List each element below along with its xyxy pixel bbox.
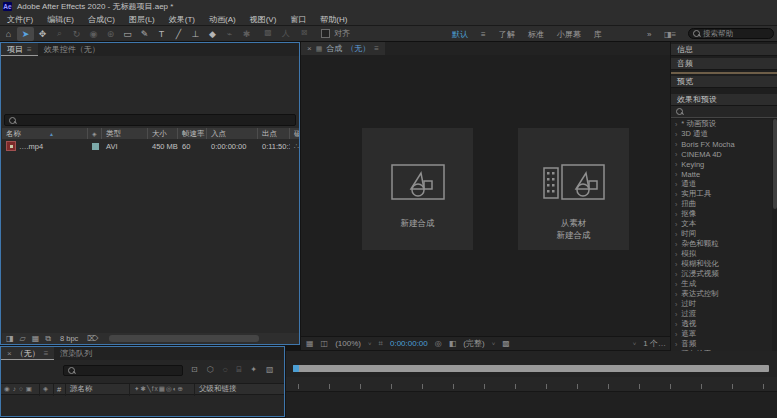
navigator-handle[interactable] <box>293 365 299 372</box>
new-folder-icon[interactable]: ▱ <box>20 334 26 343</box>
snap-checkbox[interactable] <box>321 29 330 38</box>
effect-category[interactable]: › 文本 <box>671 219 772 229</box>
effect-category[interactable]: › 遮罩 <box>671 329 772 339</box>
panel-layout-icon[interactable]: ◨≡ <box>664 30 676 39</box>
workspace-tab[interactable]: 默认 <box>452 29 468 40</box>
close-icon[interactable]: × <box>7 349 12 358</box>
new-composition-from-footage-button[interactable]: 从素材 新建合成 <box>518 128 629 250</box>
chevron-right-icon[interactable]: › <box>675 151 677 158</box>
source-name-column[interactable]: 源名称 <box>67 384 130 394</box>
menu-item[interactable]: 图层(L) <box>122 13 162 25</box>
column-type[interactable]: 类型 <box>102 128 148 139</box>
close-icon[interactable]: × <box>307 44 312 53</box>
menu-item[interactable]: 帮助(H) <box>313 13 354 25</box>
chevron-right-icon[interactable]: › <box>675 331 677 338</box>
workspace-tab[interactable]: ≡ <box>481 30 486 39</box>
effect-category[interactable]: › 时间 <box>671 229 772 239</box>
tool-icon[interactable]: ⌁ <box>221 27 238 41</box>
menu-item[interactable]: 效果(T) <box>162 13 202 25</box>
chevron-right-icon[interactable]: › <box>675 311 677 318</box>
effect-category[interactable]: › 模拟 <box>671 249 772 259</box>
panel-menu-icon[interactable]: ≡ <box>27 45 32 54</box>
workspace-tab[interactable]: 小屏幕 <box>557 29 581 40</box>
chevron-right-icon[interactable]: › <box>675 221 677 228</box>
new-composition-button[interactable]: 新建合成 <box>362 128 473 250</box>
chevron-right-icon[interactable]: › <box>675 121 677 128</box>
panel-menu-icon[interactable]: ≡ <box>374 44 379 53</box>
vertical-scrollbar[interactable] <box>773 119 777 209</box>
horizontal-scrollbar[interactable] <box>109 335 259 342</box>
panel-audio[interactable]: 音频 <box>671 58 777 70</box>
effect-category[interactable]: › 表达式控制 <box>671 289 772 299</box>
workspace-tab[interactable]: 库 <box>594 29 602 40</box>
column-label[interactable]: ◈ <box>88 128 102 139</box>
tool-icon[interactable]: ▭ <box>119 27 136 41</box>
chevron-right-icon[interactable]: › <box>675 291 677 298</box>
draft-3d-icon[interactable]: ⬡ <box>207 365 214 375</box>
axis-mode-icon[interactable]: ▩ <box>261 28 275 39</box>
effect-category[interactable]: › Matte <box>671 169 772 179</box>
parent-link-column[interactable]: 父级和链接 <box>196 384 269 394</box>
chevron-right-icon[interactable]: › <box>675 251 677 258</box>
show-channels-icon[interactable]: ◧ <box>449 339 457 348</box>
workspace-tab[interactable]: 标准 <box>528 29 544 40</box>
column-in[interactable]: 入点 <box>207 128 258 139</box>
delete-icon[interactable]: ⌦ <box>87 334 98 343</box>
effect-category[interactable]: › 实用工具 <box>671 189 772 199</box>
resolution-dropdown[interactable]: (完整) <box>463 338 484 349</box>
snapshot-icon[interactable]: ◎ <box>435 339 442 348</box>
tool-icon[interactable]: ✥ <box>34 27 51 41</box>
graph-editor-icon[interactable]: ▧ <box>266 365 274 375</box>
chevron-right-icon[interactable]: › <box>675 281 677 288</box>
effect-category[interactable]: › 沉浸式视频 <box>671 269 772 279</box>
menu-item[interactable]: 动画(A) <box>202 13 243 25</box>
tool-icon[interactable]: ⊥ <box>187 27 204 41</box>
chevron-right-icon[interactable]: › <box>675 161 677 168</box>
avf-columns[interactable]: ◉♪○▣ <box>1 384 42 394</box>
mask-visibility-icon[interactable]: ◫ <box>321 339 329 348</box>
panel-effects-presets[interactable]: 效果和预设 <box>671 94 777 106</box>
snap-label[interactable]: 对齐 <box>334 28 350 39</box>
effect-category[interactable]: › 杂色和颗粒 <box>671 239 772 249</box>
menu-item[interactable]: 视图(V) <box>243 13 284 25</box>
new-composition-icon[interactable]: ▦ <box>32 334 40 343</box>
timecode-display[interactable]: 0:00:00:00 <box>390 339 428 348</box>
tab-timeline-none[interactable]: × （无） ≡ <box>1 347 54 360</box>
project-flowchart-icon[interactable]: ⧉ <box>45 334 51 344</box>
tab-composition[interactable]: × ▦ 合成 （无） ≡ <box>301 42 385 55</box>
effect-category[interactable]: › 过渡 <box>671 309 772 319</box>
effect-category[interactable]: › 生成 <box>671 279 772 289</box>
row-label-cell[interactable] <box>88 140 102 152</box>
effect-category[interactable]: › 通道 <box>671 179 772 189</box>
timeline-search-box[interactable] <box>63 365 183 376</box>
chevron-right-icon[interactable]: › <box>675 201 677 208</box>
axis-mode-icon[interactable]: ⊠ <box>297 28 311 39</box>
layer-switches-column[interactable]: ✦✱╲fx▦◎◐⊕ <box>131 384 196 394</box>
menu-item[interactable]: 窗口 <box>283 13 313 25</box>
chevron-right-icon[interactable]: › <box>675 131 677 138</box>
column-name[interactable]: 名称 ▲ <box>2 128 88 139</box>
effect-category[interactable]: › Keying <box>671 159 772 169</box>
chevron-right-icon[interactable]: › <box>675 231 677 238</box>
effect-category[interactable]: › 过时 <box>671 299 772 309</box>
time-navigator-bar[interactable] <box>293 365 769 372</box>
effects-search-box[interactable] <box>671 106 777 118</box>
chevron-right-icon[interactable]: › <box>675 241 677 248</box>
panel-preview[interactable]: 预览 <box>671 76 777 88</box>
column-tape-name[interactable]: 磁带名称 <box>290 128 299 139</box>
chevron-right-icon[interactable]: › <box>675 171 677 178</box>
tool-icon[interactable]: ⊛ <box>102 27 119 41</box>
effect-category[interactable]: › 透视 <box>671 319 772 329</box>
table-row[interactable]: ….mp4 AVI 450 MB 60 0:00:00:00 0:11:50:1… <box>2 140 299 152</box>
tool-icon[interactable]: ✱ <box>238 27 255 41</box>
column-out[interactable]: 出点 <box>258 128 290 139</box>
axis-mode-icon[interactable]: 人 <box>279 28 293 39</box>
tool-icon[interactable]: ↻ <box>68 27 85 41</box>
chevron-right-icon[interactable]: › <box>675 181 677 188</box>
tool-icon[interactable]: T <box>153 27 170 41</box>
time-ruler[interactable] <box>286 377 777 392</box>
chevron-right-icon[interactable]: › <box>675 301 677 308</box>
effect-category[interactable]: › Boris FX Mocha <box>671 139 772 149</box>
bit-depth-indicator[interactable]: 8 bpc <box>57 334 81 343</box>
effect-category[interactable]: › 模糊和锐化 <box>671 259 772 269</box>
